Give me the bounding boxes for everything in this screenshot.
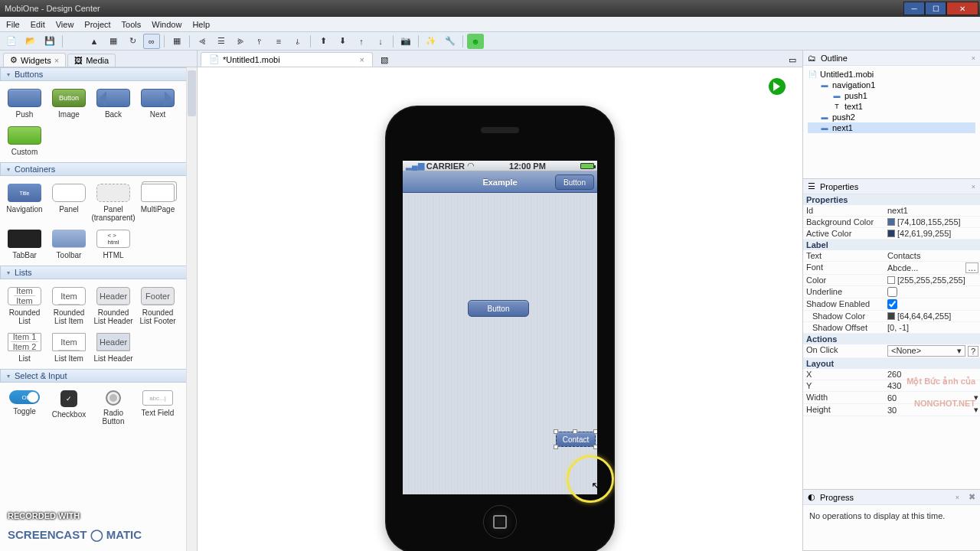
front-button[interactable]: ⬆ [315, 34, 332, 49]
canvas-button-contact-selected[interactable]: Contact [556, 432, 596, 447]
home-button[interactable] [483, 505, 517, 539]
dropdown-icon[interactable]: ▾ [974, 405, 978, 415]
align-bottom-button[interactable]: ⫰ [289, 34, 306, 49]
menu-project[interactable]: Project [84, 20, 110, 29]
prop-bg-color[interactable]: Background Color[74,108,155,255] [803, 217, 980, 228]
widget-panel-transparent[interactable]: Panel (transparent) [92, 181, 135, 225]
category-containers[interactable]: Containers [0, 162, 187, 176]
apple-icon[interactable] [67, 34, 83, 49]
tree-text1[interactable]: Ttext1 [808, 101, 975, 112]
wrench-button[interactable]: 🔧 [442, 34, 459, 49]
selection-handle[interactable] [554, 445, 558, 449]
minimize-panel-button[interactable]: ▭ [786, 54, 799, 67]
outline-tree[interactable]: 📄Untitled1.mobi ▬navigation1 ▬push1 Ttex… [803, 66, 980, 136]
close-icon[interactable]: × [360, 55, 364, 64]
forward-button[interactable]: ↑ [353, 34, 370, 49]
prop-y[interactable]: Y430 [803, 380, 980, 392]
category-lists[interactable]: Lists [0, 266, 187, 279]
prop-x[interactable]: X260 [803, 369, 980, 380]
selection-handle[interactable] [554, 429, 558, 434]
help-button[interactable]: ? [968, 346, 978, 357]
prop-shadow-color[interactable]: Shadow Color[64,64,64,255] [803, 311, 980, 322]
underline-checkbox[interactable] [887, 287, 897, 297]
prop-active-color[interactable]: Active Color[42,61,99,255] [803, 228, 980, 240]
widget-list[interactable]: Item 1Item 2List [3, 330, 46, 366]
feedback-button[interactable]: ☻ [467, 34, 484, 49]
widget-checkbox[interactable]: ✓Checkbox [47, 387, 90, 429]
widget-tabbar[interactable]: TabBar [3, 227, 46, 262]
screen-body[interactable]: Button Contact [403, 193, 597, 494]
prop-font[interactable]: FontAbcde...… [803, 262, 980, 275]
phone-screen[interactable]: ▂▄▆CARRIER◠ 12:00 PM Example Button Butt… [403, 161, 597, 494]
widget-toggle[interactable]: ONToggle [3, 387, 46, 429]
widget-rounded-list-header[interactable]: HeaderRounded List Header [92, 284, 135, 328]
widget-html[interactable]: < > htmlHTML [92, 227, 135, 262]
menu-window[interactable]: Window [152, 20, 181, 29]
cancel-all-icon[interactable]: ✖ [969, 492, 975, 502]
selection-handle[interactable] [593, 445, 597, 449]
prop-text[interactable]: TextContacts [803, 250, 980, 262]
prop-underline[interactable]: Underline [803, 286, 980, 298]
close-icon[interactable]: × [956, 494, 959, 501]
browse-button[interactable]: … [965, 262, 978, 273]
backward-button[interactable]: ↓ [372, 34, 389, 49]
widget-list-item[interactable]: ItemList Item [47, 330, 90, 366]
prop-width[interactable]: Width60▾ [803, 392, 980, 404]
widget-radio[interactable]: Radio Button [92, 387, 135, 429]
minimize-button[interactable]: ─ [903, 2, 925, 15]
prop-onclick[interactable]: On Click<None>▾? [803, 344, 980, 358]
save-button[interactable]: 💾 [41, 34, 58, 49]
close-icon[interactable]: × [54, 56, 59, 65]
menu-tools[interactable]: Tools [122, 20, 142, 29]
widget-navigation[interactable]: TitleNavigation [3, 181, 46, 225]
design-canvas[interactable]: ▂▄▆CARRIER◠ 12:00 PM Example Button Butt… [198, 67, 802, 551]
menu-edit[interactable]: Edit [31, 20, 45, 29]
maximize-button[interactable]: ☐ [925, 2, 946, 15]
close-button[interactable]: ✕ [946, 2, 978, 15]
orientation-button[interactable]: ↻ [124, 34, 141, 49]
widget-image[interactable]: ButtonImage [47, 86, 90, 122]
shadow-checkbox[interactable] [887, 299, 897, 309]
canvas-button-center[interactable]: Button [468, 300, 529, 317]
link-button[interactable]: ∞ [143, 34, 160, 49]
align-middle-button[interactable]: ≡ [270, 34, 287, 49]
tab-media[interactable]: 🖼 Media [67, 54, 116, 67]
prop-shadow-offset[interactable]: Shadow Offset[0, -1] [803, 322, 980, 334]
category-buttons[interactable]: Buttons [0, 67, 187, 81]
category-select-input[interactable]: Select & Input [0, 369, 187, 383]
tree-push1[interactable]: ▬push1 [808, 90, 975, 101]
nav-next-button[interactable]: Button [555, 174, 594, 190]
tree-push2[interactable]: ▬push2 [808, 112, 975, 122]
android-icon[interactable]: ▲ [86, 34, 103, 49]
close-icon[interactable]: × [972, 54, 975, 62]
prop-shadow-enabled[interactable]: Shadow Enabled [803, 298, 980, 311]
onclick-dropdown[interactable]: <None>▾ [887, 345, 965, 357]
widget-back[interactable]: Back [92, 86, 135, 122]
menu-help[interactable]: Help [192, 20, 210, 29]
widget-multipage[interactable]: MultiPage [136, 181, 179, 225]
tree-file[interactable]: 📄Untitled1.mobi [808, 69, 975, 80]
widget-next[interactable]: Next [136, 86, 179, 122]
widget-toolbar[interactable]: Toolbar [47, 227, 90, 262]
widget-panel[interactable]: Panel [47, 181, 90, 225]
tree-navigation[interactable]: ▬navigation1 [808, 80, 975, 90]
device-icon[interactable]: ▦ [105, 34, 122, 49]
widget-textfield[interactable]: abc...|Text Field [136, 387, 179, 429]
scrollbar[interactable] [186, 67, 197, 551]
align-left-button[interactable]: ⫷ [194, 34, 211, 49]
align-right-button[interactable]: ⫸ [232, 34, 249, 49]
back-button[interactable]: ⬇ [334, 34, 351, 49]
menu-file[interactable]: File [6, 20, 20, 29]
grid-button[interactable]: ▦ [168, 34, 185, 49]
align-top-button[interactable]: ⫯ [251, 34, 268, 49]
selection-handle[interactable] [573, 429, 577, 434]
run-button[interactable] [769, 78, 786, 95]
new-button[interactable]: 📄 [3, 34, 20, 49]
camera-button[interactable]: 📷 [397, 34, 414, 49]
prop-id[interactable]: Idnext1 [803, 205, 980, 217]
wand-button[interactable]: ✨ [423, 34, 439, 49]
tree-next1-selected[interactable]: ▬next1 [808, 122, 975, 133]
close-icon[interactable]: × [972, 183, 975, 191]
widget-rounded-list-footer[interactable]: FooterRounded List Footer [136, 284, 179, 328]
widget-push[interactable]: Push [3, 86, 46, 122]
